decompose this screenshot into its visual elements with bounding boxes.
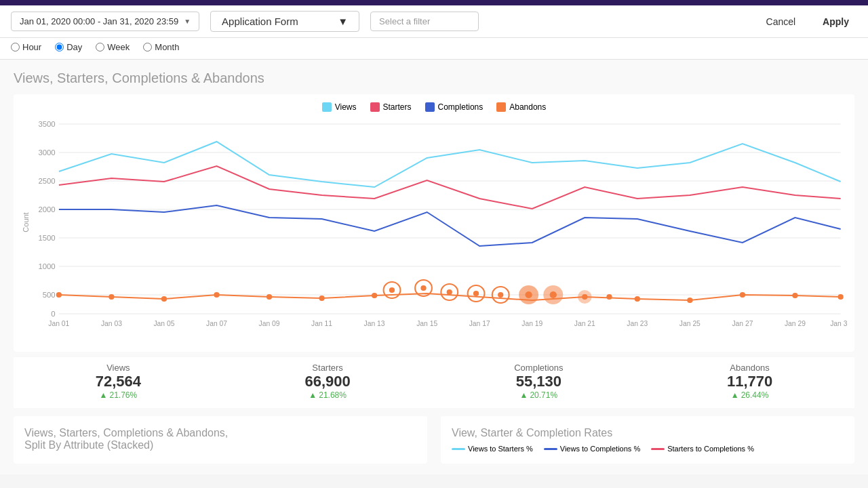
stats-row: Views 72,564 ▲ 21.76% Starters 66,900 ▲ … — [14, 357, 854, 408]
period-bar: Hour Day Week Month — [0, 38, 868, 60]
svg-point-23 — [372, 293, 377, 298]
stat-starters-value: 66,900 — [304, 373, 350, 390]
stat-completions-label: Completions — [514, 363, 563, 373]
stat-abandons: Abandons 11,770 ▲ 26.44% — [727, 363, 772, 400]
arrow-up-icon: ▲ — [100, 390, 108, 400]
legend-views-completions-color — [544, 448, 557, 450]
svg-point-44 — [792, 293, 797, 298]
arrow-up-icon: ▲ — [309, 390, 317, 400]
svg-point-27 — [420, 285, 426, 291]
svg-text:Jan 25: Jan 25 — [679, 320, 701, 327]
svg-point-39 — [582, 294, 587, 300]
legend-views-to-starters: Views to Starters % — [452, 445, 533, 453]
svg-point-35 — [525, 291, 532, 298]
stat-views: Views 72,564 ▲ 21.76% — [96, 363, 141, 400]
period-month[interactable]: Month — [143, 42, 179, 52]
cancel-button[interactable]: Cancel — [758, 12, 804, 31]
stat-abandons-value: 11,770 — [727, 373, 772, 390]
form-name-text: Application Form — [222, 16, 298, 27]
top-bar — [0, 0, 868, 5]
svg-point-33 — [498, 292, 503, 298]
period-day[interactable]: Day — [55, 42, 82, 52]
svg-text:2500: 2500 — [38, 177, 55, 185]
svg-text:Jan 11: Jan 11 — [311, 320, 332, 327]
svg-point-17 — [56, 292, 62, 298]
legend-completions-dot — [425, 102, 435, 112]
legend-starters-label: Starters — [383, 102, 412, 112]
period-month-radio[interactable] — [143, 43, 152, 52]
legend-views-completions-label: Views to Completions % — [560, 445, 640, 453]
period-week-label: Week — [107, 42, 130, 52]
chart-legend: Views Starters Completions Abandons — [20, 102, 848, 112]
bottom-left-card: Views, Starters, Completions & Abandons,… — [14, 416, 427, 464]
svg-point-21 — [267, 294, 272, 300]
legend-abandons-label: Abandons — [509, 102, 546, 112]
date-range-arrow-icon: ▼ — [184, 18, 191, 25]
period-week[interactable]: Week — [96, 42, 130, 52]
svg-text:Jan 09: Jan 09 — [259, 320, 280, 327]
legend-completions-label: Completions — [438, 102, 484, 112]
svg-text:1000: 1000 — [38, 262, 55, 270]
period-day-radio[interactable] — [55, 43, 64, 52]
svg-text:Jan 27: Jan 27 — [732, 320, 753, 327]
svg-text:Jan 17: Jan 17 — [469, 320, 490, 327]
bottom-right-legend: Views to Starters % Views to Completions… — [452, 445, 844, 453]
period-hour-radio[interactable] — [11, 43, 20, 52]
svg-point-37 — [550, 291, 557, 298]
svg-point-18 — [108, 294, 114, 300]
period-week-radio[interactable] — [96, 43, 104, 52]
apply-button[interactable]: Apply — [814, 12, 857, 31]
svg-text:Jan 07: Jan 07 — [206, 320, 227, 327]
svg-text:Count: Count — [22, 211, 30, 232]
stat-abandons-change: ▲ 26.44% — [727, 390, 772, 400]
svg-point-43 — [740, 292, 745, 298]
legend-views-to-completions: Views to Completions % — [544, 445, 640, 453]
svg-text:3500: 3500 — [38, 120, 55, 128]
filter-placeholder-text: Select a filter — [379, 16, 430, 26]
svg-point-20 — [214, 292, 219, 298]
legend-starters: Starters — [370, 102, 412, 112]
stat-abandons-label: Abandons — [727, 363, 772, 373]
legend-starters-completions-color — [651, 448, 665, 450]
stat-starters-change: ▲ 21.68% — [304, 390, 350, 400]
form-select-arrow-icon: ▼ — [338, 16, 348, 27]
stat-starters: Starters 66,900 ▲ 21.68% — [304, 363, 350, 400]
filter-select[interactable]: Select a filter — [370, 12, 479, 31]
legend-views: Views — [322, 102, 357, 112]
form-select-button[interactable]: Application Form ▼ — [210, 11, 359, 32]
svg-text:0: 0 — [51, 310, 55, 318]
legend-abandons-dot — [496, 102, 506, 112]
date-range-button[interactable]: Jan 01, 2020 00:00 - Jan 31, 2020 23:59 … — [11, 12, 199, 31]
stat-views-label: Views — [96, 363, 141, 373]
svg-text:1500: 1500 — [38, 234, 55, 242]
stat-completions: Completions 55,130 ▲ 20.71% — [514, 363, 563, 400]
stat-views-value: 72,564 — [96, 373, 141, 390]
period-month-label: Month — [155, 42, 179, 52]
legend-abandons: Abandons — [496, 102, 546, 112]
svg-text:Jan 21: Jan 21 — [574, 320, 595, 327]
svg-point-45 — [838, 294, 844, 300]
svg-point-31 — [473, 291, 479, 296]
bottom-right-title: View, Starter & Completion Rates — [452, 427, 844, 439]
legend-completions: Completions — [425, 102, 484, 112]
legend-views-label: Views — [335, 102, 357, 112]
svg-point-41 — [635, 296, 640, 302]
bottom-right-card: View, Starter & Completion Rates Views t… — [441, 416, 854, 464]
svg-text:Jan 13: Jan 13 — [364, 320, 385, 327]
legend-starters-dot — [370, 102, 380, 112]
arrow-up-icon: ▲ — [731, 390, 739, 400]
svg-point-29 — [447, 289, 452, 295]
svg-point-25 — [389, 287, 395, 293]
svg-text:Jan 23: Jan 23 — [627, 320, 648, 327]
period-hour-label: Hour — [22, 42, 41, 52]
legend-starters-completions-label: Starters to Completions % — [667, 445, 754, 453]
stat-completions-value: 55,130 — [514, 373, 563, 390]
filter-bar: Jan 01, 2020 00:00 - Jan 31, 2020 23:59 … — [0, 5, 868, 38]
period-hour[interactable]: Hour — [11, 42, 41, 52]
svg-text:Jan 03: Jan 03 — [101, 320, 122, 327]
stat-completions-change: ▲ 20.71% — [514, 390, 563, 400]
bottom-left-title: Views, Starters, Completions & Abandons,… — [24, 427, 416, 451]
main-chart: 3500 3000 2500 2000 1500 1000 500 0 Coun… — [20, 117, 848, 327]
bottom-section: Views, Starters, Completions & Abandons,… — [14, 416, 854, 464]
arrow-up-icon: ▲ — [520, 390, 528, 400]
